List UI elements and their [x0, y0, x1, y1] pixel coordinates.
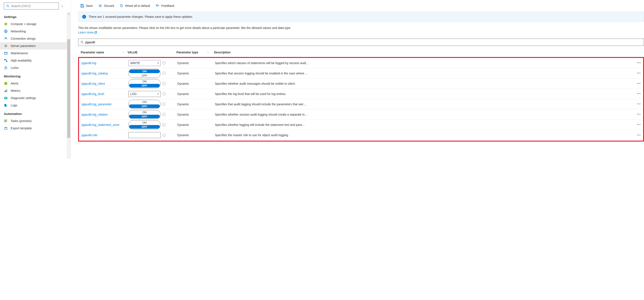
info-icon[interactable]: i	[162, 134, 166, 137]
select-value: WRITE	[130, 61, 140, 65]
sidebar-item-tasks-preview-[interactable]: Tasks (preview)	[0, 117, 67, 125]
toolbar: Save Discard Reset all to default Feedba…	[78, 0, 644, 11]
toggle-off[interactable]: OFF	[129, 104, 160, 108]
param-type: Dynamic	[177, 133, 215, 137]
col-name-header[interactable]: Parameter name	[81, 51, 104, 54]
sidebar-search[interactable]	[4, 2, 59, 9]
parameter-table: Parameter name ↑↓ VALUE Parameter type ↑…	[78, 48, 644, 142]
feedback-label: Feedback	[161, 4, 174, 7]
param-toggle[interactable]: ON OFF	[128, 120, 160, 129]
toggle-on[interactable]: ON	[128, 110, 160, 114]
sidebar-item-label: Networking	[11, 29, 26, 33]
svg-rect-24	[6, 120, 7, 121]
param-name-link[interactable]: pgaudit.log_parameter	[79, 102, 128, 106]
col-type-header[interactable]: Parameter type	[176, 51, 198, 54]
param-type: Dynamic	[177, 113, 215, 116]
table-row: pgaudit.log_statement_once ON OFF i Dyna…	[79, 120, 643, 130]
reset-button[interactable]: Reset all to default	[118, 2, 152, 9]
sidebar-item-maintenance[interactable]: Maintenance	[0, 49, 67, 57]
param-toggle[interactable]: ON OFF	[128, 110, 160, 119]
lock-icon	[4, 66, 8, 70]
param-name-link[interactable]: pgaudit.log_statement_once	[79, 123, 128, 126]
toggle-off[interactable]: OFF	[128, 73, 160, 78]
more-actions-button[interactable]: ···	[637, 112, 641, 116]
sidebar-scrollbar[interactable]: ▲	[67, 12, 71, 159]
collapse-sidebar-icon[interactable]: «	[62, 4, 63, 7]
chevron-down-icon: ▾	[158, 93, 159, 95]
sidebar-item-export-template[interactable]: Export template	[0, 125, 67, 132]
discard-label: Discard	[104, 4, 114, 7]
sidebar-item-compute-storage[interactable]: Compute + storage	[0, 20, 67, 28]
info-icon[interactable]: i	[162, 123, 166, 126]
param-description: Specifies the master role to use for obj…	[215, 133, 634, 137]
toggle-off[interactable]: OFF	[129, 84, 160, 87]
param-select[interactable]: LOG▾	[128, 91, 160, 97]
learn-more-link[interactable]: Learn more	[78, 31, 97, 34]
more-actions-button[interactable]: ···	[637, 71, 641, 75]
sidebar-search-input[interactable]	[11, 4, 57, 8]
param-toggle[interactable]: ON OFF	[128, 100, 160, 109]
sort-icon[interactable]: ↑↓	[122, 51, 125, 54]
metrics-icon	[4, 89, 8, 93]
info-icon: i	[82, 15, 86, 19]
sidebar-item-diagnostic-settings[interactable]: Diagnostic settings	[0, 94, 67, 102]
info-icon[interactable]: i	[162, 102, 166, 106]
scroll-up-icon[interactable]: ▲	[67, 12, 71, 16]
param-name-link[interactable]: pgaudit.log	[79, 61, 128, 65]
param-toggle[interactable]: ON OFF	[128, 69, 160, 78]
sidebar-item-logs[interactable]: Logs	[0, 102, 67, 109]
table-row: pgaudit.role i Dynamic Specifies the mas…	[79, 130, 643, 140]
more-actions-button[interactable]: ···	[637, 133, 641, 137]
sort-icon[interactable]: ↑↓	[207, 51, 210, 54]
toggle-on[interactable]: ON	[128, 120, 160, 125]
toggle-on[interactable]: ON	[128, 100, 160, 104]
sidebar-item-metrics[interactable]: Metrics	[0, 87, 67, 94]
table-header: Parameter name ↑↓ VALUE Parameter type ↑…	[78, 48, 644, 57]
more-actions-button[interactable]: ···	[637, 102, 641, 106]
save-icon	[80, 4, 84, 8]
globe-icon	[4, 29, 8, 33]
sidebar-item-networking[interactable]: Networking	[0, 28, 67, 35]
feedback-button[interactable]: Feedback	[154, 2, 176, 9]
info-icon[interactable]: i	[162, 61, 166, 64]
param-name-link[interactable]: pgaudit.log_level	[79, 92, 128, 96]
svg-rect-7	[4, 52, 7, 54]
more-actions-button[interactable]: ···	[637, 81, 641, 86]
toggle-off[interactable]: OFF	[129, 115, 160, 118]
sidebar-item-high-availability[interactable]: High availability	[0, 57, 67, 64]
svg-rect-29	[81, 6, 83, 7]
toggle-off[interactable]: OFF	[129, 125, 160, 129]
scroll-thumb[interactable]	[67, 39, 70, 138]
info-icon[interactable]: i	[162, 72, 166, 75]
param-name-link[interactable]: pgaudit.log_relation	[79, 113, 128, 116]
col-desc-header[interactable]: Description	[214, 51, 636, 54]
more-actions-button[interactable]: ···	[637, 122, 641, 127]
sidebar-item-alerts[interactable]: Alerts	[0, 80, 67, 87]
sidebar-item-locks[interactable]: Locks	[0, 64, 67, 71]
param-name-link[interactable]: pgaudit.log_client	[79, 82, 128, 85]
sidebar-item-label: High availability	[11, 59, 32, 62]
more-actions-button[interactable]: ···	[637, 61, 641, 65]
parameter-filter[interactable]	[78, 39, 644, 46]
svg-point-32	[156, 4, 158, 5]
more-actions-button[interactable]: ···	[637, 92, 641, 96]
param-select[interactable]: WRITE▾	[128, 60, 160, 66]
discard-button[interactable]: Discard	[96, 2, 116, 9]
param-name-link[interactable]: pgaudit.role	[79, 133, 128, 137]
param-toggle[interactable]: ON OFF	[128, 79, 160, 88]
parameter-filter-input[interactable]	[85, 40, 642, 44]
connection-icon	[4, 37, 8, 40]
col-value-header[interactable]: VALUE	[128, 51, 176, 54]
svg-point-6	[5, 45, 6, 46]
main-content: Save Discard Reset all to default Feedba…	[71, 0, 644, 159]
toggle-on[interactable]: ON	[129, 69, 160, 73]
sidebar-item-server-parameters[interactable]: Server parameters	[0, 42, 67, 49]
sidebar-item-connection-strings[interactable]: Connection strings	[0, 35, 67, 42]
toggle-on[interactable]: ON	[128, 79, 160, 83]
param-name-link[interactable]: pgaudit.log_catalog	[79, 72, 128, 75]
save-button[interactable]: Save	[78, 2, 95, 9]
info-icon[interactable]: i	[162, 92, 166, 95]
info-icon[interactable]: i	[162, 82, 166, 85]
param-text-input[interactable]	[128, 132, 160, 138]
info-icon[interactable]: i	[162, 113, 166, 116]
